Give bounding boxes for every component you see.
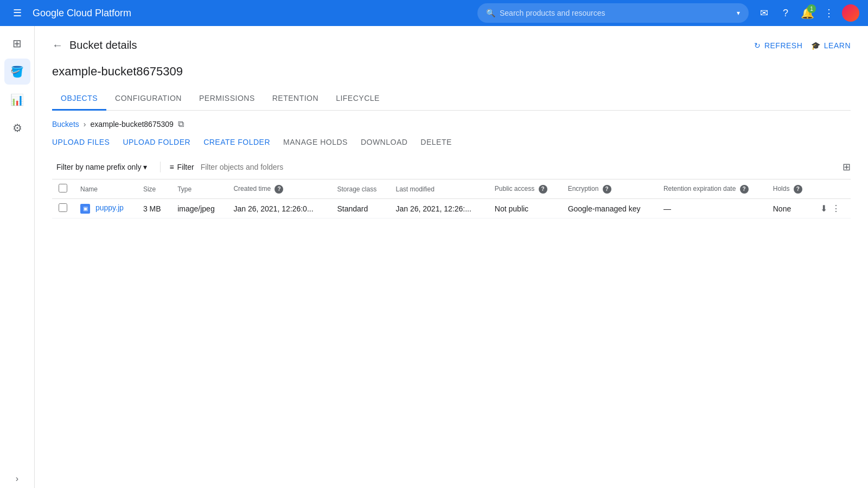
- manage-holds-button[interactable]: MANAGE HOLDS: [283, 138, 348, 146]
- settings-gear-icon: ⚙: [12, 121, 22, 134]
- refresh-button[interactable]: ↻ REFRESH: [754, 41, 802, 50]
- table-header-row: Name Size Type Created time ? Storage cl…: [52, 179, 851, 199]
- chart-icon: 📊: [10, 93, 24, 106]
- search-dropdown-icon[interactable]: ▾: [737, 9, 740, 17]
- sidebar-menu-grid[interactable]: ⊞: [4, 30, 30, 56]
- back-button[interactable]: ←: [52, 39, 63, 52]
- cell-size: 3 MB: [137, 199, 171, 219]
- public-access-help-icon[interactable]: ?: [539, 185, 547, 194]
- breadcrumb-current: example-bucket8675309: [90, 120, 173, 129]
- sidebar-storage[interactable]: 🪣: [4, 59, 30, 85]
- user-avatar[interactable]: [842, 4, 859, 22]
- notification-icon[interactable]: ✉: [755, 4, 773, 22]
- storage-bucket-icon: 🪣: [10, 65, 24, 78]
- bucket-name: example-bucket8675309: [52, 65, 851, 79]
- column-header-actions: [814, 179, 851, 199]
- more-options-icon[interactable]: ⋮: [820, 4, 838, 22]
- cell-type: image/jpeg: [171, 199, 227, 219]
- holds-help-icon[interactable]: ?: [794, 185, 802, 194]
- refresh-icon: ↻: [754, 41, 761, 50]
- app-title: Google Cloud Platform: [33, 8, 471, 19]
- hamburger-menu-icon[interactable]: ☰: [9, 4, 26, 22]
- notification-badge: 1: [807, 4, 816, 13]
- filter-button[interactable]: ≡ Filter: [169, 163, 194, 171]
- cell-storage-class: Standard: [331, 199, 390, 219]
- column-header-holds: Holds ?: [767, 179, 814, 199]
- top-navigation: ☰ Google Cloud Platform 🔍 ▾ ✉ ? 🔔 1 ⋮: [0, 0, 868, 26]
- column-header-created-time: Created time ?: [227, 179, 330, 199]
- upload-files-button[interactable]: UPLOAD FILES: [52, 138, 110, 146]
- column-header-size: Size: [137, 179, 171, 199]
- cell-row-actions: ⬇ ⋮: [814, 199, 851, 219]
- objects-table: Name Size Type Created time ? Storage cl…: [52, 179, 851, 219]
- page-header: ← Bucket details ↻ REFRESH 🎓 LEARN: [52, 39, 851, 52]
- search-bar[interactable]: 🔍 ▾: [477, 3, 749, 23]
- learn-icon: 🎓: [811, 41, 821, 50]
- page-title: Bucket details: [69, 39, 754, 52]
- badge-notification[interactable]: 🔔 1: [799, 4, 816, 22]
- table-row: ▣ puppy.jp 3 MB image/jpeg Jan 26, 2021,…: [52, 199, 851, 219]
- row-checkbox[interactable]: [59, 203, 67, 212]
- cell-public-access: Not public: [488, 199, 561, 219]
- tab-objects[interactable]: OBJECTS: [52, 87, 106, 111]
- tab-bar: OBJECTS CONFIGURATION PERMISSIONS RETENT…: [52, 87, 851, 111]
- column-header-storage-class: Storage class: [331, 179, 390, 199]
- upload-folder-button[interactable]: UPLOAD FOLDER: [123, 138, 190, 146]
- breadcrumb-buckets-link[interactable]: Buckets: [52, 120, 79, 129]
- delete-button[interactable]: DELETE: [420, 138, 451, 146]
- column-header-public-access: Public access ?: [488, 179, 561, 199]
- header-checkbox-cell: [52, 179, 74, 199]
- learn-label: LEARN: [824, 41, 851, 50]
- breadcrumb: Buckets › example-bucket8675309 ⧉: [52, 119, 851, 129]
- file-type-icon: ▣: [80, 204, 90, 214]
- column-header-encryption: Encryption ?: [561, 179, 657, 199]
- breadcrumb-separator: ›: [84, 120, 86, 129]
- retention-help-icon[interactable]: ?: [740, 185, 749, 194]
- left-sidebar: ⊞ 🪣 📊 ⚙ ›: [0, 26, 35, 232]
- filter-label: Filter: [177, 163, 194, 171]
- download-row-icon[interactable]: ⬇: [820, 203, 827, 214]
- tab-configuration[interactable]: CONFIGURATION: [106, 87, 190, 111]
- help-icon[interactable]: ?: [777, 4, 794, 22]
- row-action-buttons: ⬇ ⋮: [820, 203, 844, 214]
- column-header-last-modified: Last modified: [389, 179, 488, 199]
- sidebar-analytics[interactable]: 📊: [4, 87, 30, 113]
- density-toggle-icon[interactable]: ⊞: [843, 161, 851, 173]
- create-folder-button[interactable]: CREATE FOLDER: [203, 138, 270, 146]
- row-checkbox-cell: [52, 199, 74, 219]
- refresh-label: REFRESH: [764, 41, 802, 50]
- encryption-help-icon[interactable]: ?: [603, 185, 611, 194]
- column-header-name: Name: [74, 179, 137, 199]
- menu-grid-icon: ⊞: [12, 37, 22, 50]
- search-input[interactable]: [500, 9, 730, 17]
- filter-input[interactable]: [201, 163, 836, 171]
- select-all-checkbox[interactable]: [59, 184, 67, 192]
- filter-prefix-dropdown[interactable]: Filter by name prefix only ▾: [52, 159, 151, 175]
- created-time-help-icon[interactable]: ?: [275, 185, 283, 194]
- nav-icon-group: ✉ ? 🔔 1 ⋮: [755, 4, 859, 22]
- tab-permissions[interactable]: PERMISSIONS: [190, 87, 264, 111]
- sidebar-settings[interactable]: ⚙: [4, 115, 30, 141]
- search-icon: 🔍: [486, 9, 495, 17]
- filter-prefix-arrow-icon: ▾: [143, 163, 147, 171]
- main-content: ← Bucket details ↻ REFRESH 🎓 LEARN examp…: [35, 26, 868, 232]
- file-name-link[interactable]: puppy.jp: [95, 203, 124, 212]
- column-header-type: Type: [171, 179, 227, 199]
- cell-retention: —: [657, 199, 767, 219]
- tab-lifecycle[interactable]: LIFECYCLE: [327, 87, 388, 111]
- learn-button[interactable]: 🎓 LEARN: [811, 41, 851, 50]
- filter-prefix-label: Filter by name prefix only: [56, 163, 141, 171]
- cell-created-time: Jan 26, 2021, 12:26:0...: [227, 199, 330, 219]
- more-row-options-icon[interactable]: ⋮: [832, 203, 840, 214]
- filter-funnel-icon: ≡: [169, 163, 174, 171]
- header-actions: ↻ REFRESH 🎓 LEARN: [754, 41, 851, 50]
- filter-row: Filter by name prefix only ▾ ≡ Filter ⊞: [52, 155, 851, 179]
- tab-retention[interactable]: RETENTION: [264, 87, 327, 111]
- copy-bucket-name-icon[interactable]: ⧉: [178, 119, 184, 129]
- cell-encryption: Google-managed key: [561, 199, 657, 219]
- cell-holds: None: [767, 199, 814, 219]
- cell-last-modified: Jan 26, 2021, 12:26:...: [389, 199, 488, 219]
- download-button[interactable]: DOWNLOAD: [361, 138, 407, 146]
- column-header-retention: Retention expiration date ?: [657, 179, 767, 199]
- action-buttons: UPLOAD FILES UPLOAD FOLDER CREATE FOLDER…: [52, 138, 851, 146]
